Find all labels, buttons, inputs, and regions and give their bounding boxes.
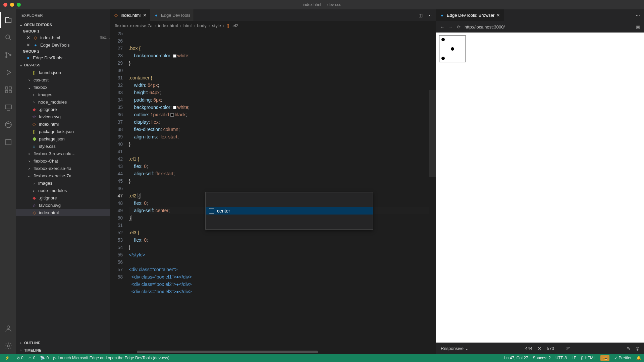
code-line[interactable]: align-self: flex-start; [129,170,429,177]
status-eol[interactable]: LF [572,356,576,360]
code-line[interactable]: <div class="box el1">●</div> [129,273,429,281]
tree-item[interactable]: {}package-lock.json [16,128,110,135]
code-line[interactable]: } [129,59,429,67]
autocomplete-popup[interactable]: center [205,192,373,230]
horizontal-scrollbar[interactable] [110,350,436,354]
tree-item[interactable]: ◆.gitignore [16,106,110,113]
browser-url[interactable]: http://localhost:3000/ [465,24,632,29]
tab-close-icon[interactable]: ✕ [143,13,147,18]
code-line[interactable]: } [129,140,429,148]
code-line[interactable] [129,148,429,155]
window-maximize-icon[interactable] [17,3,21,7]
code-line[interactable]: .container { [129,74,429,81]
code-line[interactable] [129,258,429,266]
screencast-settings-icon[interactable]: ✎ [627,346,630,351]
activity-edge-icon[interactable] [0,117,16,133]
breadcrumb-item[interactable]: style [212,23,221,28]
code-line[interactable] [129,185,429,192]
tab[interactable]: ◇index.html✕ [110,9,150,21]
code-line[interactable]: padding: 6px; [129,96,429,104]
viewport-height[interactable]: 570 [547,346,554,351]
activity-source-control-icon[interactable] [0,47,16,63]
status-go-live[interactable]: 📻 [600,355,609,361]
code-line[interactable]: flex: 0; [129,163,429,170]
remote-indicator[interactable]: ⚡ [3,355,12,361]
status-cursor[interactable]: Ln 47, Col 27 [504,356,528,360]
tree-item[interactable]: ⬢package.json [16,135,110,142]
status-ports[interactable]: 📡 0 [40,356,49,360]
window-minimize-icon[interactable] [10,3,14,7]
breadcrumb-item[interactable]: flexbox-exercise-7a [115,23,153,28]
tree-item[interactable]: ⌄flexbox [16,83,110,91]
open-editor-item[interactable]: ✕●Edge DevTools [16,41,110,49]
screencast-toggle-icon[interactable]: ◎ [636,346,639,351]
tree-item[interactable]: ☆favicon.svg [16,113,110,120]
tree-item[interactable]: ◇index.html [16,120,110,128]
code-line[interactable]: <div class="box el2">●</div> [129,281,429,288]
minimap-slider[interactable] [429,90,436,177]
more-actions-icon[interactable]: ⋯ [636,13,640,18]
code-line[interactable] [129,67,429,74]
status-language[interactable]: {} HTML [581,356,596,360]
status-launch[interactable]: ▷ Launch Microsoft Edge and open the Edg… [53,356,169,360]
open-editors-section[interactable]: ⌄OPEN EDITORS [16,21,110,28]
code-line[interactable]: <div class="box el3">●</div> [129,288,429,295]
tree-item[interactable]: ⌄flexbox-exercise-7a [16,172,110,179]
status-encoding[interactable]: UTF-8 [555,356,567,360]
browser-inspect-icon[interactable]: ▣ [636,24,640,29]
breadcrumb-item[interactable]: html [183,23,192,28]
code-line[interactable]: flex: 0; [129,236,429,244]
activity-settings-icon[interactable] [0,338,16,354]
code-line[interactable]: outline: 1px solid black; [129,111,429,118]
code-line[interactable]: .el1 { [129,155,429,163]
tree-item[interactable]: ›node_modules [16,98,110,106]
breadcrumb-item[interactable]: body [197,23,207,28]
tree-item[interactable]: ◆.gitignore [16,194,110,201]
tree-item[interactable]: ☆favicon.svg [16,201,110,209]
split-editor-icon[interactable]: ◫ [419,13,423,18]
open-editor-item[interactable]: ●Edge DevTools:… [16,54,110,61]
minimap[interactable] [429,30,436,350]
status-bell-icon[interactable]: 🔔 [636,356,641,360]
tab[interactable]: ●Edge DevTools [150,9,194,21]
tree-item[interactable]: ›flexbox-3-rows-colu… [16,150,110,157]
tree-item[interactable]: ›flexbox-exercise-4a [16,165,110,172]
activity-search-icon[interactable] [0,29,16,46]
breadcrumb[interactable]: flexbox-exercise-7a›index.html›html›body… [110,21,436,30]
status-errors[interactable]: ⊘ 0 [16,356,23,360]
code-line[interactable]: <div class="container"> [129,266,429,273]
tree-item[interactable]: ›node_modules [16,187,110,194]
more-actions-icon[interactable]: ⋯ [427,13,432,18]
code-line[interactable]: width: 64px; [129,81,429,89]
close-icon[interactable]: ✕ [25,43,31,48]
tab-close-icon[interactable]: ✕ [496,13,500,18]
activity-account-icon[interactable] [0,320,16,337]
code-line[interactable]: height: 64px; [129,89,429,96]
close-icon[interactable]: ✕ [25,35,31,40]
browser-reload-icon[interactable]: ⟳ [457,24,461,29]
open-editor-item[interactable]: ✕◇index.htmlflex… [16,34,110,41]
activity-remote-icon[interactable] [0,99,16,115]
project-section[interactable]: ⌄DEV-CSS [16,61,110,69]
code-line[interactable]: } [129,177,429,185]
device-selector[interactable]: Responsive ⌄ [441,346,469,351]
window-close-icon[interactable] [3,3,7,7]
tree-item[interactable]: {}launch.json [16,69,110,76]
code-line[interactable]: </style> [129,251,429,258]
autocomplete-item-label[interactable]: center [217,207,230,215]
breadcrumb-item[interactable]: .el2 [231,23,238,28]
tree-item[interactable]: ›images [16,179,110,187]
rotate-icon[interactable]: ⇄ [566,346,570,351]
code-line[interactable]: display: flex; [129,118,429,126]
activity-debug-icon[interactable] [0,64,16,80]
outline-section[interactable]: ›OUTLINE [16,339,110,347]
code-line[interactable]: background-color: white; [129,52,429,59]
tree-item[interactable]: ›css-test [16,76,110,83]
browser-forward-icon[interactable]: → [448,24,453,29]
editor[interactable]: 2526272829303132333435363738394041424344… [110,30,436,350]
sidebar-more-icon[interactable]: ⋯ [101,13,105,17]
status-spaces[interactable]: Spaces: 2 [533,356,551,360]
viewport-width[interactable]: 444 [525,346,533,351]
code-line[interactable]: align-items: flex-start; [129,133,429,140]
code-line[interactable]: .el3 { [129,229,429,236]
